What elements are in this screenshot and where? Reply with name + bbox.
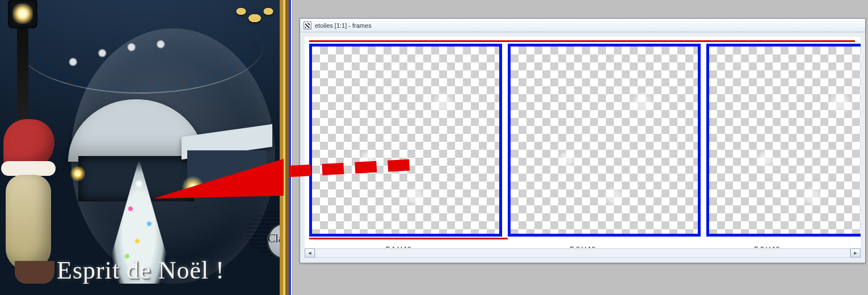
app-workspace: etoiles [1:1] - frames F:1 V:10 F:2 V:10… [292, 0, 868, 295]
gold-ornament-icon [221, 0, 289, 32]
scroll-right-button[interactable]: ► [850, 248, 861, 258]
animation-frame-2[interactable] [508, 44, 701, 237]
elf-body [6, 175, 51, 271]
chevron-right-icon: ► [853, 250, 858, 256]
watermark-name: Claudia [268, 232, 292, 245]
document-titlebar[interactable]: etoiles [1:1] - frames [300, 19, 865, 32]
frames-row [309, 44, 861, 237]
selection-rule-top [309, 40, 855, 42]
elf-figure [0, 119, 66, 289]
frame-caption-3: F:3 V:10 [677, 242, 856, 248]
artwork-title: Esprit de Noël ! [57, 256, 225, 285]
frame-caption-1: F:1 V:10 [309, 242, 488, 248]
horizontal-scrollbar[interactable]: ◄ ► [305, 248, 861, 258]
animation-frame-3[interactable] [706, 44, 861, 237]
chevron-left-icon: ◄ [307, 250, 313, 256]
window-icon [304, 22, 311, 30]
watermark-stripes [229, 200, 292, 268]
scroll-left-button[interactable]: ◄ [305, 248, 315, 258]
selection-rule-bottom [309, 238, 508, 239]
frames-viewport[interactable]: F:1 V:10 F:2 V:10 F:3 V:10 [305, 37, 861, 248]
elf-hat-fur [1, 161, 56, 176]
animation-frame-1[interactable] [309, 44, 502, 237]
lamp-glow [12, 3, 33, 24]
scrollbar-track[interactable] [315, 248, 850, 258]
canvas-area[interactable]: F:1 V:10 F:2 V:10 F:3 V:10 [305, 37, 861, 248]
preview-pane: Claudia Esprit de Noël ! [0, 0, 292, 295]
watermark: Claudia [229, 200, 292, 268]
frame-captions: F:1 V:10 F:2 V:10 F:3 V:10 [309, 242, 856, 248]
document-window[interactable]: etoiles [1:1] - frames F:1 V:10 F:2 V:10… [300, 18, 866, 263]
elf-basket [15, 261, 54, 284]
light-star [176, 170, 210, 204]
barn-lamp [70, 166, 85, 181]
frame-caption-2: F:2 V:10 [494, 242, 672, 248]
document-title: etoiles [1:1] - frames [315, 22, 372, 29]
